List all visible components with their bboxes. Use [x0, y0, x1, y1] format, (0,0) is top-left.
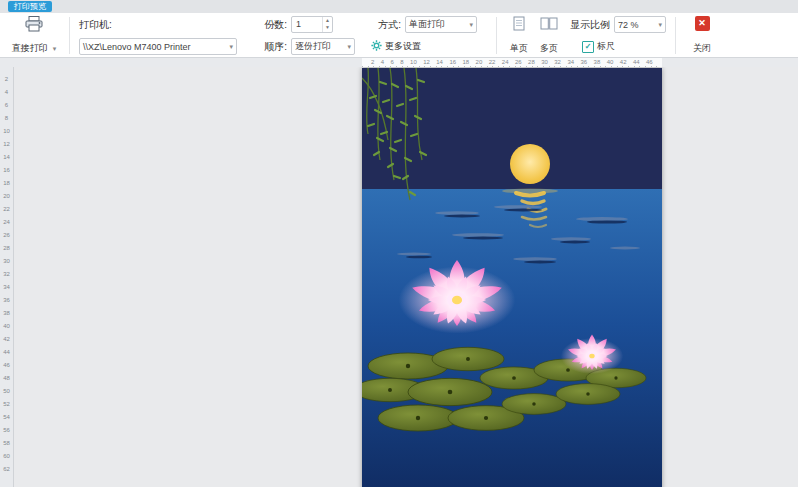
direct-print-label: 直接打印	[12, 42, 48, 55]
ruler-number: 32	[554, 59, 561, 65]
close-button[interactable]: ✕	[695, 16, 710, 31]
chevron-down-icon: ▾	[53, 45, 57, 53]
document-page	[362, 68, 662, 487]
preview-canvas: 2468101214161820222426283032343638404244…	[0, 67, 798, 487]
horizontal-ruler-numbers: 2468101214161820222426283032343638404244…	[371, 59, 653, 65]
ruler-number: 30	[0, 255, 13, 268]
ruler-number: 50	[0, 385, 13, 398]
multi-page-view-button[interactable]: 多页	[536, 15, 562, 56]
ruler-number: 12	[423, 59, 430, 65]
gear-icon	[371, 40, 382, 53]
ruler-checkbox[interactable]: ✓ 标尺	[570, 38, 666, 55]
ruler-number: 54	[0, 411, 13, 424]
ruler-number: 40	[607, 59, 614, 65]
ruler-number: 18	[463, 59, 470, 65]
method-group: 方式: 单面打印 ▾ 更多设置	[371, 15, 477, 56]
print-preview-tab[interactable]: 打印预览	[8, 1, 52, 12]
ruler-number: 56	[0, 424, 13, 437]
toolbar-separator	[496, 17, 497, 54]
ruler-number: 58	[0, 437, 13, 450]
spinner-down-icon[interactable]: ▼	[325, 24, 330, 31]
ruler-number: 12	[0, 138, 13, 151]
ruler-number: 48	[0, 372, 13, 385]
ruler-number: 24	[0, 216, 13, 229]
vertical-ruler: 2468101214161820222426283032343638404244…	[0, 67, 14, 487]
ruler-number: 44	[633, 59, 640, 65]
ruler-number: 18	[0, 177, 13, 190]
printer-select[interactable]: \\XZ\Lenovo M7400 Printer ▾	[79, 38, 237, 55]
ruler-number: 10	[410, 59, 417, 65]
ruler-number: 2	[0, 73, 13, 86]
printer-value: \\XZ\Lenovo M7400 Printer	[83, 42, 191, 52]
direct-print-dropdown[interactable]: 直接打印 ▾	[12, 42, 57, 55]
window-top-strip: 打印预览	[0, 0, 798, 13]
order-label: 顺序:	[257, 40, 287, 54]
direct-print-block: 直接打印 ▾	[8, 15, 60, 56]
zoom-value: 72 %	[618, 20, 639, 30]
ruler-number: 28	[0, 242, 13, 255]
ruler-number: 8	[0, 112, 13, 125]
method-select[interactable]: 单面打印 ▾	[405, 16, 477, 33]
spinner-up-icon[interactable]: ▲	[325, 17, 330, 24]
ruler-number: 52	[0, 398, 13, 411]
ruler-number: 4	[0, 86, 13, 99]
toolbar-separator	[69, 17, 70, 54]
ruler-number: 26	[0, 229, 13, 242]
ruler-number: 16	[449, 59, 456, 65]
copies-input[interactable]: 1 ▲▼	[291, 16, 333, 33]
single-page-label: 单页	[510, 42, 528, 55]
single-page-view-button[interactable]: 单页	[506, 15, 532, 56]
ruler-number: 46	[0, 359, 13, 372]
chevron-down-icon: ▾	[347, 43, 351, 51]
copies-label: 份数:	[257, 18, 287, 32]
ruler-number: 34	[567, 59, 574, 65]
ruler-number: 32	[0, 268, 13, 281]
method-label: 方式:	[371, 18, 401, 32]
vertical-ruler-numbers: 2468101214161820222426283032343638404244…	[0, 67, 13, 476]
zoom-group: 显示比例 72 % ▾ ✓ 标尺	[570, 15, 666, 56]
zoom-select[interactable]: 72 % ▾	[614, 16, 666, 33]
page-view-group: 单页 多页	[506, 15, 562, 56]
ruler-number: 20	[0, 190, 13, 203]
close-group: ✕ 关闭	[685, 15, 719, 56]
ruler-number: 4	[381, 59, 384, 65]
ruler-number: 8	[400, 59, 403, 65]
print-preview-window: 打印预览 直接打印 ▾ 打印机: \\XZ\Lenov	[0, 0, 798, 487]
printer-icon[interactable]	[24, 16, 44, 36]
chevron-down-icon: ▾	[658, 21, 662, 29]
copies-order-group: 份数: 1 ▲▼ 顺序: 逐份打印 ▾	[257, 15, 355, 56]
ruler-number: 62	[0, 463, 13, 476]
chevron-down-icon: ▾	[229, 43, 233, 51]
toolbar-separator	[675, 17, 676, 54]
ruler-number: 26	[515, 59, 522, 65]
ruler-number: 14	[0, 151, 13, 164]
ruler-checkbox-label: 标尺	[597, 40, 615, 53]
water	[362, 189, 662, 487]
ruler-number: 38	[594, 59, 601, 65]
ruler-number: 10	[0, 125, 13, 138]
chevron-down-icon: ▾	[469, 21, 473, 29]
ruler-number: 42	[0, 333, 13, 346]
ruler-number: 24	[502, 59, 509, 65]
multi-page-icon	[540, 16, 558, 33]
document-preview-drawing	[362, 68, 662, 487]
order-value: 逐份打印	[295, 40, 331, 53]
ruler-number: 6	[0, 99, 13, 112]
order-select[interactable]: 逐份打印 ▾	[291, 38, 355, 55]
ruler-number: 22	[489, 59, 496, 65]
ruler-number: 22	[0, 203, 13, 216]
ruler-number: 28	[528, 59, 535, 65]
multi-page-label: 多页	[540, 42, 558, 55]
spinner-buttons[interactable]: ▲▼	[322, 17, 332, 32]
ruler-number: 40	[0, 320, 13, 333]
ruler-number: 16	[0, 164, 13, 177]
ruler-number: 46	[646, 59, 653, 65]
ruler-number: 20	[476, 59, 483, 65]
more-settings-label: 更多设置	[385, 40, 421, 53]
printer-group: 打印机: \\XZ\Lenovo M7400 Printer ▾	[79, 15, 237, 56]
copies-value: 1	[292, 17, 322, 32]
more-settings-button[interactable]: 更多设置	[371, 38, 477, 55]
method-value: 单面打印	[409, 18, 445, 31]
ruler-number: 2	[371, 59, 374, 65]
ruler-number: 34	[0, 281, 13, 294]
